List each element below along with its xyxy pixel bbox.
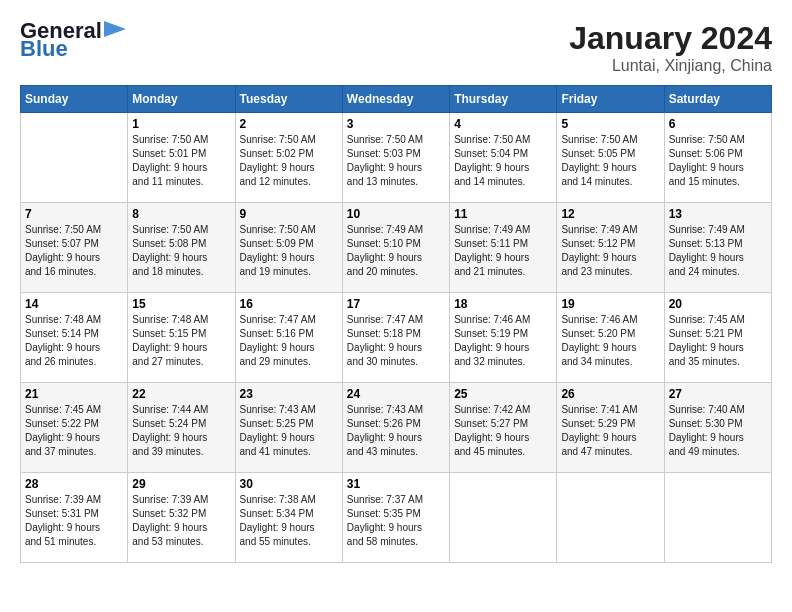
calendar-cell: 4Sunrise: 7:50 AM Sunset: 5:04 PM Daylig… (450, 113, 557, 203)
day-number: 16 (240, 297, 338, 311)
day-info: Sunrise: 7:50 AM Sunset: 5:07 PM Dayligh… (25, 223, 123, 279)
svg-marker-0 (104, 21, 126, 37)
day-info: Sunrise: 7:50 AM Sunset: 5:03 PM Dayligh… (347, 133, 445, 189)
calendar-cell: 29Sunrise: 7:39 AM Sunset: 5:32 PM Dayli… (128, 473, 235, 563)
day-info: Sunrise: 7:47 AM Sunset: 5:16 PM Dayligh… (240, 313, 338, 369)
day-info: Sunrise: 7:50 AM Sunset: 5:08 PM Dayligh… (132, 223, 230, 279)
calendar-cell: 2Sunrise: 7:50 AM Sunset: 5:02 PM Daylig… (235, 113, 342, 203)
day-number: 27 (669, 387, 767, 401)
day-number: 18 (454, 297, 552, 311)
calendar-cell: 16Sunrise: 7:47 AM Sunset: 5:16 PM Dayli… (235, 293, 342, 383)
calendar-cell: 20Sunrise: 7:45 AM Sunset: 5:21 PM Dayli… (664, 293, 771, 383)
day-number: 25 (454, 387, 552, 401)
calendar-cell: 24Sunrise: 7:43 AM Sunset: 5:26 PM Dayli… (342, 383, 449, 473)
day-number: 14 (25, 297, 123, 311)
calendar-title: January 2024 (569, 20, 772, 57)
calendar-cell: 7Sunrise: 7:50 AM Sunset: 5:07 PM Daylig… (21, 203, 128, 293)
day-number: 29 (132, 477, 230, 491)
day-number: 9 (240, 207, 338, 221)
calendar-cell (664, 473, 771, 563)
day-number: 13 (669, 207, 767, 221)
calendar-cell: 30Sunrise: 7:38 AM Sunset: 5:34 PM Dayli… (235, 473, 342, 563)
weekday-header: Saturday (664, 86, 771, 113)
day-number: 30 (240, 477, 338, 491)
calendar-cell: 15Sunrise: 7:48 AM Sunset: 5:15 PM Dayli… (128, 293, 235, 383)
calendar-cell (21, 113, 128, 203)
day-number: 21 (25, 387, 123, 401)
calendar-cell: 3Sunrise: 7:50 AM Sunset: 5:03 PM Daylig… (342, 113, 449, 203)
calendar-header: SundayMondayTuesdayWednesdayThursdayFrid… (21, 86, 772, 113)
day-info: Sunrise: 7:43 AM Sunset: 5:26 PM Dayligh… (347, 403, 445, 459)
page-header: General Blue January 2024 Luntai, Xinjia… (20, 20, 772, 75)
calendar-cell: 19Sunrise: 7:46 AM Sunset: 5:20 PM Dayli… (557, 293, 664, 383)
calendar-week-row: 7Sunrise: 7:50 AM Sunset: 5:07 PM Daylig… (21, 203, 772, 293)
logo-blue-text: Blue (20, 38, 68, 60)
calendar-cell: 18Sunrise: 7:46 AM Sunset: 5:19 PM Dayli… (450, 293, 557, 383)
day-info: Sunrise: 7:43 AM Sunset: 5:25 PM Dayligh… (240, 403, 338, 459)
day-info: Sunrise: 7:44 AM Sunset: 5:24 PM Dayligh… (132, 403, 230, 459)
day-number: 12 (561, 207, 659, 221)
calendar-cell: 28Sunrise: 7:39 AM Sunset: 5:31 PM Dayli… (21, 473, 128, 563)
logo: General Blue (20, 20, 126, 60)
calendar-cell: 14Sunrise: 7:48 AM Sunset: 5:14 PM Dayli… (21, 293, 128, 383)
calendar-week-row: 1Sunrise: 7:50 AM Sunset: 5:01 PM Daylig… (21, 113, 772, 203)
day-number: 6 (669, 117, 767, 131)
calendar-body: 1Sunrise: 7:50 AM Sunset: 5:01 PM Daylig… (21, 113, 772, 563)
calendar-cell: 25Sunrise: 7:42 AM Sunset: 5:27 PM Dayli… (450, 383, 557, 473)
day-info: Sunrise: 7:49 AM Sunset: 5:13 PM Dayligh… (669, 223, 767, 279)
day-info: Sunrise: 7:45 AM Sunset: 5:21 PM Dayligh… (669, 313, 767, 369)
day-number: 23 (240, 387, 338, 401)
calendar-cell: 27Sunrise: 7:40 AM Sunset: 5:30 PM Dayli… (664, 383, 771, 473)
day-number: 17 (347, 297, 445, 311)
day-info: Sunrise: 7:42 AM Sunset: 5:27 PM Dayligh… (454, 403, 552, 459)
day-info: Sunrise: 7:50 AM Sunset: 5:01 PM Dayligh… (132, 133, 230, 189)
day-info: Sunrise: 7:48 AM Sunset: 5:15 PM Dayligh… (132, 313, 230, 369)
day-info: Sunrise: 7:50 AM Sunset: 5:04 PM Dayligh… (454, 133, 552, 189)
calendar-cell: 11Sunrise: 7:49 AM Sunset: 5:11 PM Dayli… (450, 203, 557, 293)
day-number: 7 (25, 207, 123, 221)
calendar-subtitle: Luntai, Xinjiang, China (569, 57, 772, 75)
weekday-header: Tuesday (235, 86, 342, 113)
logo-icon (104, 19, 126, 39)
day-info: Sunrise: 7:45 AM Sunset: 5:22 PM Dayligh… (25, 403, 123, 459)
day-info: Sunrise: 7:49 AM Sunset: 5:12 PM Dayligh… (561, 223, 659, 279)
day-number: 19 (561, 297, 659, 311)
day-info: Sunrise: 7:49 AM Sunset: 5:10 PM Dayligh… (347, 223, 445, 279)
day-number: 5 (561, 117, 659, 131)
day-info: Sunrise: 7:48 AM Sunset: 5:14 PM Dayligh… (25, 313, 123, 369)
calendar-cell (450, 473, 557, 563)
day-number: 10 (347, 207, 445, 221)
calendar-week-row: 28Sunrise: 7:39 AM Sunset: 5:31 PM Dayli… (21, 473, 772, 563)
calendar-cell: 1Sunrise: 7:50 AM Sunset: 5:01 PM Daylig… (128, 113, 235, 203)
calendar-week-row: 21Sunrise: 7:45 AM Sunset: 5:22 PM Dayli… (21, 383, 772, 473)
calendar-cell: 9Sunrise: 7:50 AM Sunset: 5:09 PM Daylig… (235, 203, 342, 293)
day-number: 22 (132, 387, 230, 401)
day-number: 31 (347, 477, 445, 491)
calendar-cell: 10Sunrise: 7:49 AM Sunset: 5:10 PM Dayli… (342, 203, 449, 293)
day-number: 15 (132, 297, 230, 311)
calendar-cell: 26Sunrise: 7:41 AM Sunset: 5:29 PM Dayli… (557, 383, 664, 473)
weekday-header: Wednesday (342, 86, 449, 113)
calendar-week-row: 14Sunrise: 7:48 AM Sunset: 5:14 PM Dayli… (21, 293, 772, 383)
day-info: Sunrise: 7:41 AM Sunset: 5:29 PM Dayligh… (561, 403, 659, 459)
day-info: Sunrise: 7:47 AM Sunset: 5:18 PM Dayligh… (347, 313, 445, 369)
day-number: 20 (669, 297, 767, 311)
day-number: 4 (454, 117, 552, 131)
day-number: 24 (347, 387, 445, 401)
calendar-cell: 12Sunrise: 7:49 AM Sunset: 5:12 PM Dayli… (557, 203, 664, 293)
calendar-cell: 21Sunrise: 7:45 AM Sunset: 5:22 PM Dayli… (21, 383, 128, 473)
calendar-cell: 23Sunrise: 7:43 AM Sunset: 5:25 PM Dayli… (235, 383, 342, 473)
day-number: 26 (561, 387, 659, 401)
day-info: Sunrise: 7:50 AM Sunset: 5:06 PM Dayligh… (669, 133, 767, 189)
day-number: 28 (25, 477, 123, 491)
day-info: Sunrise: 7:40 AM Sunset: 5:30 PM Dayligh… (669, 403, 767, 459)
day-number: 11 (454, 207, 552, 221)
day-info: Sunrise: 7:50 AM Sunset: 5:02 PM Dayligh… (240, 133, 338, 189)
calendar-table: SundayMondayTuesdayWednesdayThursdayFrid… (20, 85, 772, 563)
day-info: Sunrise: 7:39 AM Sunset: 5:31 PM Dayligh… (25, 493, 123, 549)
calendar-cell: 13Sunrise: 7:49 AM Sunset: 5:13 PM Dayli… (664, 203, 771, 293)
calendar-cell: 31Sunrise: 7:37 AM Sunset: 5:35 PM Dayli… (342, 473, 449, 563)
day-info: Sunrise: 7:50 AM Sunset: 5:09 PM Dayligh… (240, 223, 338, 279)
calendar-cell (557, 473, 664, 563)
day-info: Sunrise: 7:38 AM Sunset: 5:34 PM Dayligh… (240, 493, 338, 549)
